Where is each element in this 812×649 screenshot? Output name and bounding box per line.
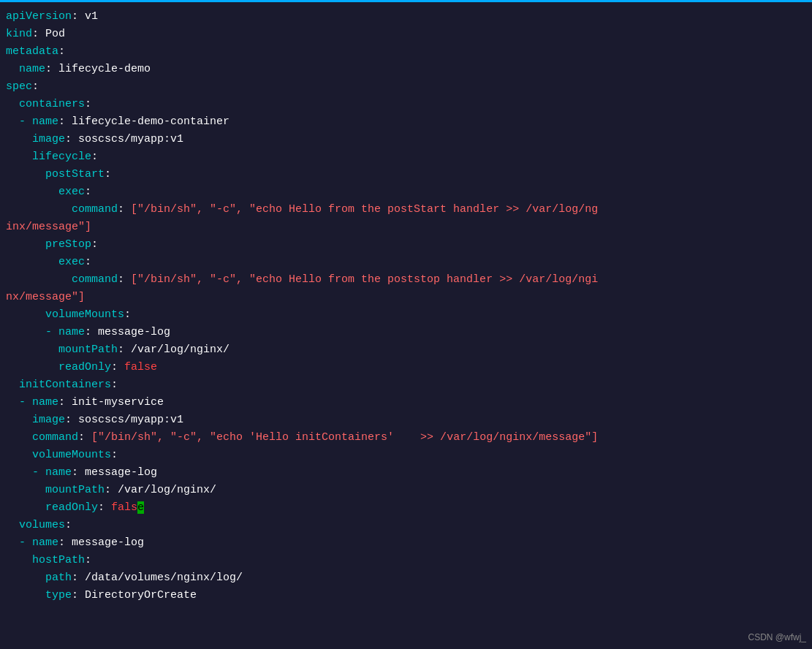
code-line: readOnly: false [6, 499, 812, 517]
code-line: apiVersion: v1 [6, 8, 812, 26]
code-editor: apiVersion: v1kind: Podmetadata: name: l… [0, 0, 812, 649]
code-line: initContainers: [6, 376, 812, 394]
code-line: path: /data/volumes/nginx/log/ [6, 569, 812, 587]
code-line: volumes: [6, 517, 812, 534]
code-line: kind: Pod [6, 26, 812, 43]
code-line: - name: init-myservice [6, 394, 812, 411]
code-line: postStart: [6, 166, 812, 183]
code-line: containers: [6, 96, 812, 113]
code-line: volumeMounts: [6, 447, 812, 464]
watermark: CSDN @wfwj_ [748, 631, 806, 645]
code-line: command: ["/bin/sh", "-c", "echo Hello f… [6, 271, 812, 289]
code-line: spec: [6, 78, 812, 96]
code-line: - name: message-log [6, 534, 812, 552]
code-line: metadata: [6, 43, 812, 61]
code-content: apiVersion: v1kind: Podmetadata: name: l… [6, 8, 812, 604]
code-line: mountPath: /var/log/nginx/ [6, 341, 812, 359]
code-line: name: lifecycle-demo [6, 61, 812, 78]
code-line: command: ["/bin/sh", "-c", "echo Hello f… [6, 201, 812, 219]
code-line: mountPath: /var/log/nginx/ [6, 482, 812, 499]
code-line: - name: message-log [6, 324, 812, 341]
code-line: lifecycle: [6, 148, 812, 166]
code-line: - name: message-log [6, 464, 812, 482]
code-line: nx/message"] [6, 289, 812, 306]
code-line: image: soscscs/myapp:v1 [6, 131, 812, 148]
code-line: image: soscscs/myapp:v1 [6, 411, 812, 429]
code-line: inx/message"] [6, 219, 812, 236]
code-line: exec: [6, 183, 812, 201]
code-line: type: DirectoryOrCreate [6, 587, 812, 604]
code-line: exec: [6, 254, 812, 271]
code-line: volumeMounts: [6, 306, 812, 324]
code-line: hostPath: [6, 552, 812, 569]
code-line: preStop: [6, 236, 812, 254]
code-line: - name: lifecycle-demo-container [6, 113, 812, 131]
code-line: command: ["/bin/sh", "-c", "echo 'Hello … [6, 429, 812, 447]
code-line: readOnly: false [6, 359, 812, 376]
